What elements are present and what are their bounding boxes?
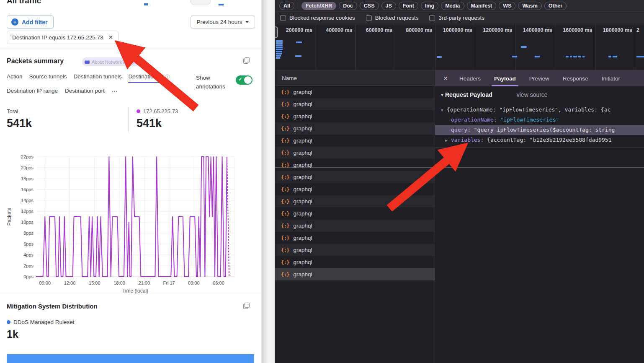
request-row[interactable]: {:}graphql [275, 135, 435, 147]
request-row[interactable]: {:}graphql [275, 110, 435, 122]
tab-destination-ip[interactable]: Destination IPⓘ [128, 73, 170, 83]
packets-timeseries-chart: 0pps2pps4pps6pps8pps10pps12pps14pps16pps… [0, 151, 262, 296]
waterfall-mark [535, 56, 540, 57]
tab-destination-tunnels[interactable]: Destination tunnels [74, 73, 122, 83]
cropped-toolbar-pill [191, 0, 211, 5]
legend-dot [7, 320, 10, 324]
view-source-link[interactable]: view source [517, 91, 548, 98]
filter-chip[interactable]: Destination IP equals 172.65.225.73 ✕ [7, 31, 118, 44]
svg-text:16pps: 16pps [21, 187, 33, 192]
payload-line-operationName[interactable]: operationName: "ipFlowTimeseries" [435, 115, 644, 125]
svg-text:Packets: Packets [6, 208, 12, 226]
payload-tree: ▼{operationName: "ipFlowTimeseries", var… [435, 105, 644, 145]
tab-destination-port[interactable]: Destination port [65, 88, 105, 97]
request-row[interactable]: {:}graphql [275, 256, 435, 268]
waterfall-mark [573, 56, 577, 57]
filter-pill-manifest[interactable]: Manifest [467, 2, 497, 10]
payload-line-query[interactable]: query: "query ipFlowTimeseries($accountT… [435, 125, 644, 135]
chevron-down-icon [245, 21, 249, 23]
request-row[interactable]: {:}graphql [275, 268, 435, 280]
tab-destination-ip-range[interactable]: Destination IP range [7, 88, 58, 97]
filter-pill-img[interactable]: Img [421, 2, 438, 10]
request-row[interactable]: {:}graphql [275, 183, 435, 195]
tab--[interactable]: ⋯ [112, 88, 118, 97]
checkbox-icon [429, 15, 435, 21]
payload-line-variables[interactable]: ▶variables: {accountTag: "b12e3b2192ee55… [435, 135, 644, 145]
tab-source-tunnels[interactable]: Source tunnels [29, 73, 67, 83]
tab-response[interactable]: Response [556, 70, 595, 86]
filter-pill-doc[interactable]: Doc [339, 2, 357, 10]
json-key: operationName [451, 117, 494, 123]
time-range-label: Previous 24 hours [197, 19, 242, 25]
waterfall-mark [276, 57, 280, 59]
filter-pill-media[interactable]: Media [441, 2, 464, 10]
packets-summary-tabs-row1: ActionSource tunnelsDestination tunnelsD… [7, 73, 170, 83]
show-annotations-toggle[interactable]: ✓ [236, 75, 252, 85]
svg-text:06:00: 06:00 [213, 280, 224, 285]
tab-action[interactable]: Action [7, 73, 23, 83]
checkbox-blocked-response-cookies[interactable]: Blocked response cookies [280, 15, 355, 21]
svg-text:4pps: 4pps [23, 252, 33, 257]
expand-icon[interactable] [243, 57, 250, 64]
checkbox-blocked-requests[interactable]: Blocked requests [366, 15, 419, 21]
filter-pill-other[interactable]: Other [544, 2, 567, 10]
scroll-gutter[interactable] [262, 0, 275, 363]
tab-payload[interactable]: Payload [487, 70, 523, 86]
triangle-right-icon[interactable]: ▶ [445, 135, 451, 145]
json-icon: {:} [281, 150, 289, 156]
timeline-tick-label: 1800000 ms [569, 27, 632, 34]
filter-pill-all[interactable]: All [279, 2, 294, 10]
requests-list: Name {:}graphql{:}graphql{:}graphql{:}gr… [275, 70, 435, 363]
request-name: graphql [294, 198, 312, 205]
tab-headers[interactable]: Headers [453, 70, 487, 86]
checkbox-3rd-party-requests[interactable]: 3rd-party requests [429, 15, 484, 21]
request-row[interactable]: {:}graphql [275, 171, 435, 183]
filter-pill-font[interactable]: Font [399, 2, 418, 10]
request-row[interactable]: {:}graphql [275, 207, 435, 220]
filter-pill-ws[interactable]: WS [499, 2, 515, 10]
request-row[interactable]: {:}graphql [275, 122, 435, 135]
request-row[interactable]: {:}graphql [275, 244, 435, 256]
json-icon: {:} [281, 113, 289, 119]
waterfall-mark [276, 40, 283, 42]
waterfall-mark [295, 55, 301, 57]
requests-name-header[interactable]: Name [275, 70, 435, 86]
request-row[interactable]: {:}graphql [275, 147, 435, 159]
request-row[interactable]: {:}graphql [275, 232, 435, 244]
waterfall-mark [512, 56, 517, 57]
request-name: graphql [294, 210, 312, 217]
request-name: graphql [294, 235, 312, 241]
close-icon[interactable]: ✕ [438, 75, 453, 82]
screenshot-artifact-line [435, 148, 644, 148]
payload-line-root[interactable]: ▼{operationName: "ipFlowTimeseries", var… [435, 105, 644, 115]
waterfall-mark [521, 46, 527, 48]
filter-pill-css[interactable]: CSS [360, 2, 379, 10]
time-range-dropdown[interactable]: Previous 24 hours [191, 16, 255, 29]
json-icon: {:} [281, 186, 289, 192]
request-row[interactable]: {:}graphql [275, 220, 435, 232]
request-row[interactable]: {:}graphql [275, 98, 435, 110]
request-name: graphql [294, 113, 312, 119]
filter-pill-js[interactable]: JS [381, 2, 396, 10]
request-payload-label: Request Payload [445, 91, 492, 98]
divider [0, 49, 262, 49]
network-timeline-ruler[interactable]: 200000 ms400000 ms600000 ms800000 ms1000… [275, 24, 644, 70]
filter-pill-fetch-xhr[interactable]: Fetch/XHR [301, 2, 336, 10]
request-row[interactable]: {:}graphql [275, 195, 435, 207]
request-row[interactable]: {:}graphql [275, 86, 435, 98]
network-filter-checkboxes: Blocked response cookiesBlocked requests… [275, 12, 644, 24]
expand-icon[interactable] [243, 303, 250, 309]
checkbox-label: Blocked response cookies [289, 15, 355, 21]
svg-text:14pps: 14pps [21, 198, 33, 203]
triangle-down-icon[interactable]: ▼ [441, 105, 447, 115]
waterfall-mark [636, 56, 644, 57]
triangle-down-icon[interactable]: ▼ [440, 93, 444, 97]
filter-pill-wasm[interactable]: Wasm [518, 2, 541, 10]
close-icon[interactable]: ✕ [108, 34, 113, 41]
about-network-analytics-badge[interactable]: About Network Analytics [82, 57, 146, 66]
tab-preview[interactable]: Preview [523, 70, 556, 86]
json-icon: {:} [281, 101, 289, 107]
request-row[interactable]: {:}graphql [275, 159, 435, 171]
tab-initiator[interactable]: Initiator [595, 70, 627, 86]
add-filter-button[interactable]: + Add filter [7, 16, 54, 29]
